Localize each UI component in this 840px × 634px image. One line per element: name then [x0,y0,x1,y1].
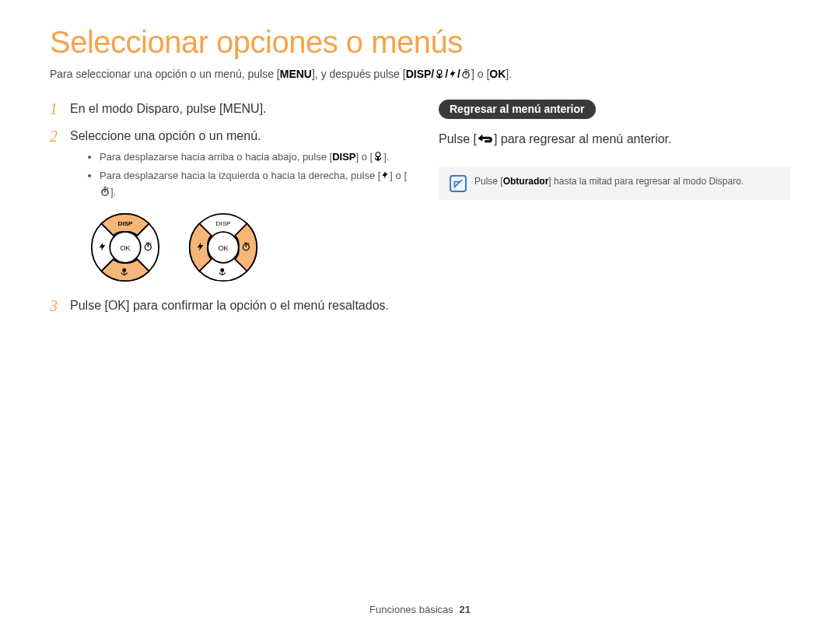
step-2-sub-2: Para desplazarse hacia la izquierda o ha… [100,168,408,201]
flash-icon [448,68,457,84]
text: Pulse [ [474,176,503,187]
text: Para desplazarse hacia arriba o hacia ab… [100,151,332,163]
back-icon [477,131,494,150]
ok-key: OK [489,66,506,82]
disp-key: DISP [406,66,432,82]
text: En el modo Disparo, pulse [ [70,102,223,115]
dial-vertical: DISP OK [90,212,160,282]
timer-icon [460,68,471,84]
dial-disp-label: DISP [118,220,133,227]
step-number: 1 [50,98,58,121]
text: Para desplazarse hacia la izquierda o ha… [100,170,380,181]
note-text: Pulse [Obturador] hasta la mitad para re… [474,175,744,188]
text: ] para confirmar la opción o el menú res… [126,299,389,312]
dial-ok-label: OK [120,243,130,251]
step-3: 3 Pulse [OK] para confirmar la opción o … [50,296,408,314]
step-number: 3 [50,295,58,317]
text: Pulse [ [439,132,477,145]
step-2-sub-1: Para desplazarse hacia arriba o hacia ab… [100,149,408,166]
page-footer: Funciones básicas 21 [0,604,840,615]
timer-icon [100,186,110,201]
dial-disp-label: DISP [216,220,231,227]
text: Pulse [ [70,299,108,312]
step-2: 2 Seleccione una opción o un menú. Para … [50,127,408,282]
page-title: Seleccionar opciones o menús [50,25,790,60]
step-number: 2 [50,125,58,148]
macro-icon [434,68,445,84]
text: ] o [ [390,170,407,181]
note-icon [450,175,467,192]
text: ]. [110,186,116,198]
back-instruction: Pulse [] para regresar al menú anterior. [439,130,790,150]
text: ] hasta la mitad para regresar al modo D… [548,176,744,187]
flash-icon [380,170,390,185]
step-1: 1 En el modo Disparo, pulse [MENU]. [50,100,408,117]
back-heading: Regresar al menú anterior [439,100,596,119]
text: ]. [260,102,267,115]
footer-page-number: 21 [459,604,470,615]
text: ] para regresar al menú anterior. [494,132,672,145]
text: ] o [ [356,151,373,163]
text: ] o [ [471,68,489,80]
footer-section: Funciones básicas [369,604,453,615]
text: ], y después pulse [ [312,68,406,80]
menu-key: MENU [280,66,312,82]
text: ]. [506,68,512,80]
disp-key: DISP [332,151,355,163]
dial-horizontal: DISP OK [188,212,258,282]
note-box: Pulse [Obturador] hasta la mitad para re… [439,167,790,200]
text: Seleccione una opción o un menú. [70,129,261,142]
intro-text: Para seleccionar una opción o un menú, p… [50,66,790,84]
text: ]. [383,151,389,163]
ok-key: OK [108,299,126,312]
menu-key: MENU [223,102,260,115]
text: Para seleccionar una opción o un menú, p… [50,68,280,80]
macro-icon [373,151,383,166]
obturador-key: Obturador [503,176,549,187]
dial-ok-label: OK [218,243,228,251]
